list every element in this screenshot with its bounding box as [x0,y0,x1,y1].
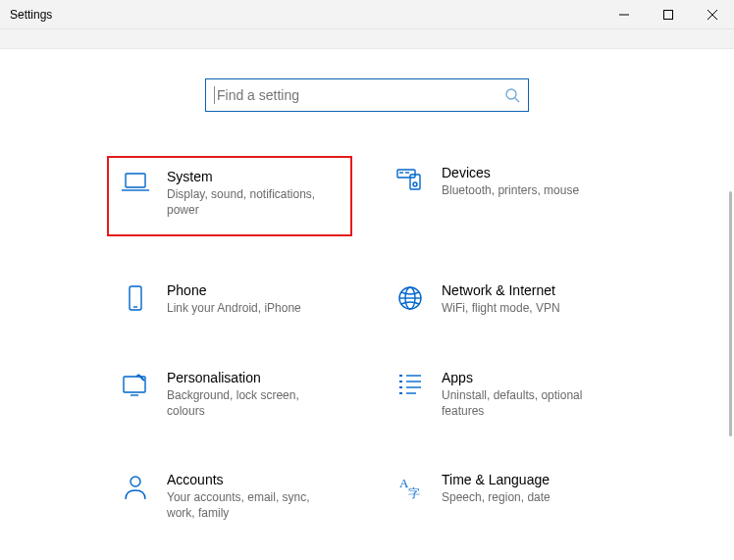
svg-point-10 [413,182,417,186]
laptop-icon [121,171,150,196]
tile-title: Accounts [167,472,334,487]
tile-desc: Bluetooth, printers, mouse [442,182,579,198]
tile-desc: Link your Android, iPhone [167,300,301,316]
svg-point-30 [131,477,140,486]
tile-personalisation[interactable]: Personalisation Background, lock screen,… [108,362,351,425]
subheader-bar [0,29,734,49]
settings-grid: System Display, sound, notifications, po… [108,157,626,527]
apps-list-icon [396,372,424,395]
phone-icon [125,284,146,314]
tile-apps[interactable]: Apps Uninstall, defaults, optional featu… [383,362,626,425]
svg-rect-8 [397,170,415,178]
window-controls [602,0,734,29]
window-title: Settings [0,8,602,22]
person-icon [123,474,148,501]
tile-devices[interactable]: Devices Bluetooth, printers, mouse [383,157,626,235]
tile-network[interactable]: Network & Internet WiFi, flight mode, VP… [383,275,626,322]
search-placeholder: Find a setting [217,87,504,103]
maximize-button[interactable] [646,0,690,29]
tile-desc: WiFi, flight mode, VPN [442,300,560,316]
devices-icon [395,167,425,192]
svg-rect-1 [663,10,672,19]
tile-desc: Your accounts, email, sync, work, family [167,489,334,521]
personalisation-icon [121,372,150,397]
tile-title: Apps [442,370,608,385]
globe-icon [396,284,424,312]
search-input[interactable]: Find a setting [205,78,529,112]
content-area: Find a setting System Display, sound, no… [0,49,734,560]
tile-desc: Uninstall, defaults, optional features [442,387,608,419]
language-icon: A 字 [396,474,424,501]
tile-system[interactable]: System Display, sound, notifications, po… [108,157,351,235]
search-wrap: Find a setting [0,49,734,112]
svg-text:字: 字 [408,486,420,500]
tile-title: Phone [167,282,301,298]
close-button[interactable] [690,0,734,29]
svg-point-4 [506,89,516,99]
minimize-button[interactable] [602,0,646,29]
svg-line-20 [138,375,144,381]
titlebar: Settings [0,0,734,29]
tile-accounts[interactable]: Accounts Your accounts, email, sync, wor… [108,464,351,527]
scrollbar-thumb[interactable] [729,191,732,436]
search-icon [504,87,520,103]
tile-desc: Display, sound, notifications, power [167,186,334,218]
tile-title: Network & Internet [442,282,560,298]
svg-rect-6 [126,174,145,187]
tile-title: Time & Language [442,472,550,487]
tile-phone[interactable]: Phone Link your Android, iPhone [108,275,351,322]
tile-time-language[interactable]: A 字 Time & Language Speech, region, date [383,464,626,527]
text-caret [214,86,215,104]
tile-title: System [167,169,334,184]
tile-title: Devices [442,165,579,180]
tile-title: Personalisation [167,370,334,385]
svg-line-5 [515,98,519,102]
tile-desc: Background, lock screen, colours [167,387,334,419]
tile-desc: Speech, region, date [442,489,550,505]
